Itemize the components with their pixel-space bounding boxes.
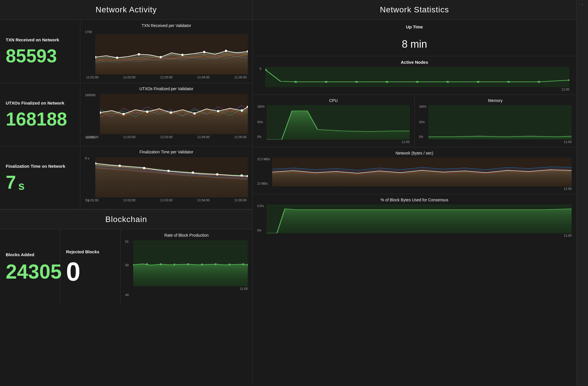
svg-marker-34	[133, 264, 248, 286]
rate-y-mid: 50	[125, 263, 129, 267]
block-bytes-chart-wrapper: 0.5% 0%	[257, 204, 572, 237]
block-bytes-y-top: 0.5%	[257, 204, 264, 208]
finalization-value: 7	[6, 173, 16, 192]
txn-chart-cell: TXN Received per Validator 1700	[80, 20, 252, 83]
svg-point-53	[477, 81, 480, 83]
network-activity-title: Network Activity	[0, 0, 252, 20]
block-bytes-time: 11:05	[257, 234, 572, 237]
finalization-stat-cell: Finalization Time on Network 7 s	[0, 146, 80, 209]
finalization-time-labels: 11:01:00 11:02:00 11:03:00 11:04:00 11:0…	[85, 198, 248, 202]
utxo-chart-cell: UTXOs Finalized per Validator 180000 160…	[80, 83, 252, 146]
cpu-time: 11:05	[257, 140, 410, 144]
cpu-label: CPU	[257, 98, 410, 103]
cpu-memory-row: CPU 100% 50% 0%	[253, 95, 576, 147]
blockchain-title: Blockchain	[0, 210, 252, 229]
block-bytes-chart	[266, 204, 572, 233]
svg-point-38	[174, 264, 175, 266]
txn-value: 85593	[6, 47, 74, 65]
block-bytes-svg	[266, 204, 572, 233]
utxo-y-top: 180000	[85, 93, 96, 97]
svg-point-48	[325, 81, 328, 83]
scrollbar: ›	[577, 0, 588, 386]
svg-point-24	[143, 167, 145, 169]
network-bytes-row: Network (bytes / sec) 22.5 MB/s 22 MB/s	[253, 147, 576, 194]
network-y-bottom: 22 MB/s	[257, 182, 268, 185]
svg-point-26	[192, 171, 194, 174]
svg-point-16	[193, 112, 196, 115]
cpu-chart-svg	[266, 105, 410, 140]
txn-chart-svg	[95, 34, 248, 74]
memory-cell: Memory 100% 50% 0%	[415, 95, 577, 147]
utxo-chart	[100, 94, 248, 134]
svg-point-36	[146, 263, 148, 265]
finalization-row: Finalization Time on Network 7 s Finaliz…	[0, 146, 252, 209]
txn-stat-cell: TXN Received on Network 85593	[0, 20, 80, 83]
network-stats-title: Network Statistics	[253, 0, 576, 20]
finalization-chart-wrapper: 8 s 7 s	[85, 157, 248, 207]
active-nodes-row: Active Nodes 0	[253, 56, 576, 95]
rate-chart-wrapper: 51 50 49	[125, 240, 248, 302]
svg-point-49	[355, 81, 358, 83]
memory-label: Memory	[419, 98, 572, 103]
memory-y-top: 100%	[419, 105, 427, 108]
cpu-chart-wrapper: 100% 50% 0%	[257, 105, 410, 144]
svg-point-23	[119, 165, 121, 167]
svg-point-13	[122, 113, 125, 115]
blockchain-row: Blocks Added 24305 Rejected Blocks 0 Rat…	[0, 229, 252, 304]
finalization-label: Finalization Time on Network	[6, 164, 74, 169]
blocks-added-label: Blocks Added	[6, 252, 54, 257]
cpu-chart	[266, 105, 410, 140]
network-activity-section: Network Activity TXN Received on Network…	[0, 0, 252, 209]
svg-point-14	[146, 111, 148, 113]
network-bytes-svg	[272, 158, 572, 186]
memory-chart-wrapper: 100% 50% 0%	[419, 105, 572, 144]
memory-time: 11:05	[419, 140, 572, 144]
active-nodes-label: Active Nodes	[260, 60, 569, 65]
finalization-y-bottom: 7 s	[85, 199, 89, 202]
finalization-value-group: 7 s	[6, 173, 74, 192]
svg-point-18	[241, 109, 243, 112]
active-nodes-chart	[265, 67, 569, 87]
finalization-chart	[95, 157, 248, 197]
svg-point-15	[170, 111, 172, 114]
finalization-chart-svg	[95, 157, 248, 197]
svg-rect-59	[428, 105, 572, 140]
svg-point-52	[446, 81, 449, 83]
txn-chart-title: TXN Received per Validator	[85, 23, 248, 28]
network-bytes-label: Network (bytes / sec)	[257, 151, 572, 155]
blockchain-section: Blockchain Blocks Added 24305 Rejected B…	[0, 209, 252, 386]
uptime-value: 8 min	[260, 33, 569, 51]
activity-rows: TXN Received on Network 85593 TXN Receiv…	[0, 20, 252, 209]
svg-point-25	[167, 170, 170, 172]
block-bytes-y-bottom: 0%	[257, 229, 261, 232]
utxo-label: UTXOs Finalized on Network	[6, 101, 74, 105]
uptime-row: Up Time 8 min	[253, 20, 576, 56]
cpu-y-mid: 50%	[257, 121, 263, 124]
active-nodes-svg	[265, 67, 569, 87]
memory-chart-svg	[428, 105, 572, 140]
network-bytes-time: 11:05	[257, 187, 572, 190]
svg-rect-45	[265, 67, 569, 87]
right-panel: Network Statistics Up Time 8 min Active …	[253, 0, 577, 386]
rate-chart	[133, 240, 248, 286]
svg-point-5	[160, 56, 162, 58]
memory-y-mid: 50%	[419, 121, 425, 124]
utxo-chart-wrapper: 180000 160000	[85, 93, 248, 144]
network-bytes-chart-wrapper: 22.5 MB/s 22 MB/s	[257, 158, 572, 190]
txn-chart	[95, 34, 248, 74]
network-bytes-chart	[272, 158, 572, 186]
finalization-y-top: 8 s	[85, 157, 89, 160]
svg-point-27	[216, 173, 218, 175]
utxo-chart-svg	[100, 94, 248, 134]
rate-chart-svg	[133, 240, 248, 286]
cpu-cell: CPU 100% 50% 0%	[253, 95, 415, 147]
scrollbar-arrow[interactable]: ›	[582, 2, 583, 6]
txn-y-top: 1700	[85, 30, 92, 34]
rate-chart-cell: Rate of Block Production 51 50 49	[121, 229, 252, 304]
svg-point-43	[242, 263, 244, 265]
svg-point-41	[215, 263, 216, 265]
txn-row: TXN Received on Network 85593 TXN Receiv…	[0, 20, 252, 83]
svg-point-17	[217, 110, 219, 112]
svg-point-51	[416, 81, 419, 83]
utxo-row: UTXOs Finalized on Network 168188 UTXOs …	[0, 83, 252, 146]
